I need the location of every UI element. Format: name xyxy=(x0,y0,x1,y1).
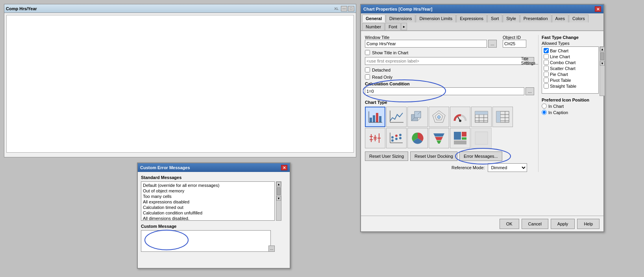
window-title-btn[interactable]: … xyxy=(488,40,497,48)
chart-type-table[interactable] xyxy=(471,107,492,127)
tab-colors[interactable]: Colors xyxy=(569,15,588,22)
tab-dimension-limits[interactable]: Dimension Limits xyxy=(416,15,456,22)
allowed-types-listbox[interactable]: Bar Chart Line Chart Combo Chart Scatter… xyxy=(542,46,599,94)
minimize-button[interactable]: — xyxy=(341,6,347,11)
svg-rect-33 xyxy=(496,111,500,122)
tab-sort[interactable]: Sort xyxy=(487,15,502,22)
chart-type-dotplot[interactable] xyxy=(386,128,407,148)
read-only-checkbox[interactable] xyxy=(365,74,370,79)
allowed-scatter-chart[interactable]: Scatter Chart xyxy=(543,65,598,71)
list-item[interactable]: Too many cells xyxy=(142,194,274,199)
allowed-pivot-table[interactable]: Pivot Table xyxy=(543,77,598,83)
list-item[interactable]: Calculation condition unfulfilled xyxy=(142,210,274,216)
chart-type-error[interactable] xyxy=(365,128,385,148)
custom-message-btn[interactable]: … xyxy=(268,246,275,252)
chart-type-treemap[interactable] xyxy=(450,128,470,148)
help-button[interactable]: Help xyxy=(577,219,600,229)
list-item[interactable]: All expressions disabled xyxy=(142,199,274,205)
object-id-input[interactable] xyxy=(503,40,526,48)
standard-messages-label: Standard Messages xyxy=(141,175,287,180)
svg-marker-52 xyxy=(435,137,443,140)
pref-icon-in-caption-row: In Caption xyxy=(542,110,605,115)
allowed-pie-chart[interactable]: Pie Chart xyxy=(543,71,598,77)
error-messages-container: Error Messages... xyxy=(459,151,502,161)
standard-messages-scrollbar[interactable]: ▲ ▼ xyxy=(276,181,281,221)
reset-user-docking-button[interactable]: Reset User Docking xyxy=(410,151,457,161)
svg-rect-56 xyxy=(462,137,466,140)
pref-icon-label: Preferred Icon Position xyxy=(542,98,605,102)
svg-marker-51 xyxy=(433,133,444,137)
tab-dimensions[interactable]: Dimensions xyxy=(386,15,415,22)
chart-type-grid xyxy=(365,107,534,148)
allowed-scatter-checkbox[interactable] xyxy=(544,66,549,71)
detached-checkbox[interactable] xyxy=(365,67,370,72)
allowed-straight-checkbox[interactable] xyxy=(544,83,549,89)
reference-mode-select[interactable]: Dimmed Hidden Normal xyxy=(488,163,527,172)
calc-condition-section: Calculation Condition … xyxy=(365,81,534,95)
allowed-pivot-checkbox[interactable] xyxy=(544,78,549,83)
window-title-input[interactable] xyxy=(365,40,487,48)
pref-icon-in-caption-radio[interactable] xyxy=(542,110,547,115)
allowed-straight-table[interactable]: Straight Table xyxy=(543,83,598,89)
allowed-scroll-thumb[interactable] xyxy=(600,52,604,60)
standard-messages-listbox[interactable]: Default (override for all error messages… xyxy=(141,181,275,221)
allowed-combo-checkbox[interactable] xyxy=(544,60,549,65)
scroll-thumb[interactable] xyxy=(277,187,281,195)
list-item[interactable]: Default (override for all error messages… xyxy=(142,183,274,188)
apply-button[interactable]: Apply xyxy=(551,219,575,229)
calc-condition-input[interactable] xyxy=(365,87,524,95)
pref-icon-in-chart-radio[interactable] xyxy=(542,103,547,109)
allowed-line-chart[interactable]: Line Chart xyxy=(543,54,598,59)
tab-axes[interactable]: Axes xyxy=(552,15,568,22)
read-only-row: Read Only xyxy=(365,74,534,79)
error-dialog-close-button[interactable]: ✕ xyxy=(281,165,287,170)
tab-font[interactable]: Font xyxy=(385,23,401,30)
tab-presentation[interactable]: Presentation xyxy=(520,15,551,22)
scroll-up-button[interactable]: ▲ xyxy=(276,182,281,187)
allowed-pie-checkbox[interactable] xyxy=(544,72,549,77)
allowed-scroll-up[interactable]: ▲ xyxy=(600,47,605,52)
chart-type-scatter3d[interactable] xyxy=(407,107,428,127)
cancel-button[interactable]: Cancel xyxy=(522,219,548,229)
allowed-bar-checkbox[interactable] xyxy=(544,48,549,53)
props-left-section: Window Title … Object ID Show Title in C… xyxy=(365,35,534,172)
allowed-bar-chart[interactable]: Bar Chart xyxy=(543,48,598,54)
show-title-checkbox[interactable] xyxy=(365,50,370,55)
props-close-button[interactable]: ✕ xyxy=(595,6,601,12)
allowed-combo-chart[interactable]: Combo Chart xyxy=(543,59,598,65)
tab-more-button[interactable]: ▸ xyxy=(401,23,407,30)
allowed-types-scrollbar[interactable]: ▲ ▼ xyxy=(600,46,605,96)
allowed-line-checkbox[interactable] xyxy=(544,54,549,59)
custom-message-input[interactable] xyxy=(141,230,271,252)
tab-general[interactable]: General xyxy=(362,15,385,22)
reset-user-sizing-button[interactable]: Reset User Sizing xyxy=(365,151,408,161)
window-title-label: Window Title xyxy=(365,35,497,40)
chart-type-pivot[interactable] xyxy=(492,107,513,127)
ok-button[interactable]: OK xyxy=(500,219,519,229)
svg-point-46 xyxy=(399,137,402,139)
error-dialog-body: Standard Messages Default (override for … xyxy=(138,172,290,255)
chart-type-pie[interactable] xyxy=(407,128,428,148)
scroll-down-button[interactable]: ▼ xyxy=(276,196,281,201)
list-item[interactable]: All dimensions disabled. xyxy=(142,216,274,221)
chart-type-funnel[interactable] xyxy=(429,128,449,148)
chart-type-line[interactable] xyxy=(386,107,407,127)
list-item[interactable]: Calculation timed out xyxy=(142,205,274,210)
chart-type-radar[interactable] xyxy=(429,107,449,127)
tab-style[interactable]: Style xyxy=(503,15,519,22)
tab-expressions[interactable]: Expressions xyxy=(456,15,487,22)
chart-type-gauge[interactable] xyxy=(450,107,470,127)
list-item[interactable]: Out of object memory xyxy=(142,188,274,194)
allowed-combo-label: Combo Chart xyxy=(550,60,576,65)
maximize-button[interactable]: □ xyxy=(348,6,354,11)
title-expression-input[interactable] xyxy=(365,57,524,65)
svg-rect-26 xyxy=(475,111,488,114)
calc-condition-btn[interactable]: … xyxy=(526,87,534,95)
title-expression-btn[interactable]: Title Settings... xyxy=(526,57,534,65)
allowed-straight-label: Straight Table xyxy=(550,84,576,89)
chart-type-bar[interactable] xyxy=(365,107,385,127)
allowed-scroll-down[interactable]: ▼ xyxy=(600,61,605,66)
tab-number[interactable]: Number xyxy=(362,23,385,30)
svg-rect-5 xyxy=(379,116,381,122)
error-messages-button[interactable]: Error Messages... xyxy=(459,151,502,161)
